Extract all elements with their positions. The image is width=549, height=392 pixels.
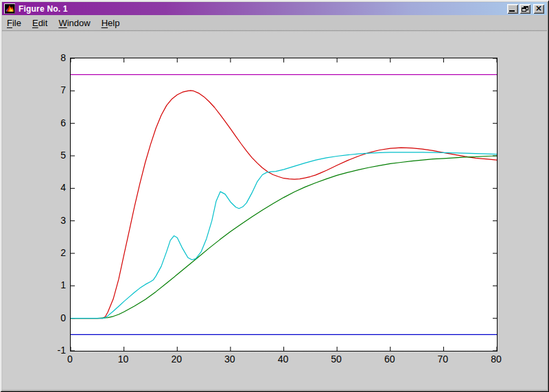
matlab-icon (4, 3, 15, 14)
y-tick-label: 1 (45, 279, 66, 290)
x-tick-label: 30 (216, 354, 244, 365)
y-tick-label: 0 (45, 312, 66, 323)
figure-window: Figure No. 1 × File Edit Window Help 010… (0, 0, 549, 392)
series-green-response (71, 156, 497, 319)
x-tick-label: 20 (163, 354, 190, 365)
x-tick-label: 50 (323, 354, 350, 365)
x-tick-label: 80 (482, 354, 510, 365)
close-icon: × (533, 4, 544, 14)
window-title: Figure No. 1 (19, 4, 68, 14)
series-cyan-response (71, 152, 497, 319)
titlebar[interactable]: Figure No. 1 × (2, 2, 547, 15)
series-red-response (71, 91, 497, 319)
figure-canvas: 01020304050607080-1012345678 (2, 32, 547, 389)
menu-help[interactable]: Help (102, 18, 120, 28)
menu-window[interactable]: Window (58, 18, 90, 28)
y-tick-label: 3 (45, 215, 66, 226)
restore-icon (522, 6, 528, 12)
y-tick-label: 7 (45, 84, 66, 95)
window-controls: × (507, 4, 544, 14)
y-tick-label: 6 (45, 117, 66, 128)
plot-area (70, 58, 498, 351)
y-tick-label: 4 (45, 182, 66, 193)
matlab-logo-graphic (5, 4, 14, 13)
minimize-button[interactable] (507, 4, 518, 14)
y-tick-label: 2 (45, 247, 66, 258)
y-tick-label: 5 (45, 150, 66, 161)
y-tick-label: 8 (45, 52, 66, 63)
menu-bar: File Edit Window Help (2, 15, 547, 31)
restore-button[interactable] (519, 4, 530, 14)
close-button[interactable]: × (533, 4, 544, 14)
plot-svg (71, 58, 497, 351)
x-tick-label: 10 (110, 354, 137, 365)
x-tick-label: 40 (270, 354, 297, 365)
minimize-icon (509, 10, 515, 12)
menu-edit[interactable]: Edit (32, 18, 47, 28)
x-tick-label: 60 (376, 354, 404, 365)
menu-file[interactable]: File (7, 18, 21, 28)
x-tick-label: 70 (429, 354, 456, 365)
y-tick-label: -1 (45, 345, 66, 356)
